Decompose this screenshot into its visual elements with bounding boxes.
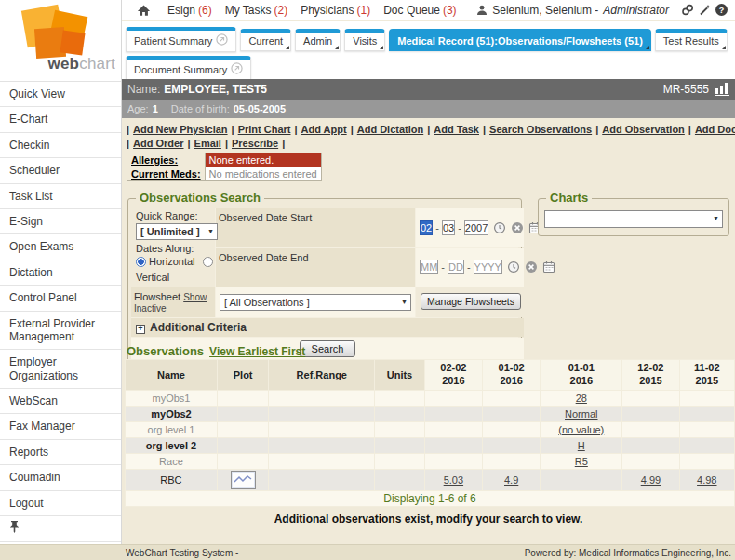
obs-value-link[interactable]: 4.98 [697,474,716,486]
obs-value-link[interactable]: 4.9 [504,474,518,486]
date-header-line1: 02-02 [427,362,480,375]
tab-current[interactable]: Current [240,29,291,51]
sidebar-item-quick-view[interactable]: Quick View [0,82,121,107]
user-name[interactable]: Selenium, Selenium - [492,4,598,17]
column-header-plot[interactable]: Plot [218,360,268,390]
sidebar-item-scheduler[interactable]: Scheduler [0,158,121,183]
end-month-input[interactable]: MM [420,260,438,274]
action-link-print-chart[interactable]: Print Chart [238,124,291,135]
popout-icon[interactable] [231,62,243,76]
tab-patient-summary[interactable]: Patient Summary [126,27,236,52]
sidebar-item-checkin[interactable]: Checkin [0,133,121,158]
submenu-corner-icon [335,46,339,49]
obs-value-link[interactable]: (no value) [558,424,604,435]
clock-icon[interactable] [507,260,520,273]
popout-icon[interactable] [216,33,228,47]
action-link-add-dictation[interactable]: Add Dictation [357,124,424,135]
action-link-add-observation[interactable]: Add Observation [602,124,685,135]
help-icon[interactable]: ? [715,4,728,16]
column-header-date-01-01-2016[interactable]: 01-012016 [541,360,621,390]
allergies-label-cell[interactable]: Allergies: [127,153,206,167]
action-link-search-observations[interactable]: Search Observations [489,124,592,135]
separator: | [351,124,354,135]
obs-value-link[interactable]: 28 [576,393,587,404]
topnav-physicians[interactable]: Physicians(1) [301,4,370,17]
action-link-add-order[interactable]: Add Order [133,138,183,149]
column-header-date-12-02-2015[interactable]: 12-022015 [622,360,678,390]
topnav-my-tasks[interactable]: My Tasks(2) [225,4,287,17]
home-icon[interactable] [137,4,151,17]
plot-sparkline-button[interactable] [231,471,256,489]
clear-date-icon[interactable] [525,260,538,273]
action-link-add-task[interactable]: Add Task [434,124,479,135]
sidebar-item-e-chart[interactable]: E-Chart [0,107,121,132]
tab-medical-record-51-observations-flowsheets-51[interactable]: Medical Record (51):Observations/Flowshe… [389,29,650,51]
column-header-date-01-02-2016[interactable]: 01-022016 [483,360,540,390]
tab-visits[interactable]: Visits [344,29,385,51]
current-meds-label-cell[interactable]: Current Meds: [127,167,206,181]
tab-row-1: Patient SummaryCurrentAdminVisitsMedical… [126,27,735,52]
sidebar-pin-row[interactable] [0,516,121,542]
expand-icon[interactable]: + [136,325,145,334]
action-link-prescribe[interactable]: Prescribe [232,138,278,149]
observation-value-cell [680,422,734,437]
column-header-units[interactable]: Units [375,360,424,390]
pin-icon[interactable] [9,520,20,536]
obs-value-link[interactable]: R5 [575,456,588,467]
column-header-date-02-02-2016[interactable]: 02-022016 [425,360,482,390]
action-link-email[interactable]: Email [194,138,221,149]
tab-admin[interactable]: Admin [295,29,341,51]
action-link-add-appt[interactable]: Add Appt [301,124,347,135]
sidebar-item-external-provider-management[interactable]: External Provider Management [0,312,121,351]
additional-criteria-toggle[interactable]: +Additional Criteria [131,318,524,337]
clock-icon[interactable] [493,221,506,234]
action-link-add-document[interactable]: Add Document [695,124,735,135]
sidebar-item-open-exams[interactable]: Open Exams [0,234,121,260]
clear-date-icon[interactable] [511,221,524,234]
start-month-input[interactable]: 02 [420,220,433,235]
sidebar-item-task-list[interactable]: Task List [0,184,121,209]
start-year-input[interactable]: 2007 [464,220,488,235]
sidebar-item-reports[interactable]: Reports [0,440,121,465]
topnav-doc-queue[interactable]: Doc Queue(3) [383,4,456,17]
sidebar-item-control-panel[interactable]: Control Panel [0,286,121,311]
observation-value-cell [680,454,734,469]
observation-plot-cell [218,422,268,437]
tab-test-results[interactable]: Test Results [655,29,728,51]
start-day-input[interactable]: 03 [442,220,455,235]
tab-document-summary[interactable]: Document Summary [126,56,251,81]
end-day-input[interactable]: DD [448,260,464,274]
obs-value-link[interactable]: Normal [565,408,597,420]
flowsheet-select[interactable]: [ All Observations ] ▼ [220,294,411,311]
column-header-date-11-02-2015[interactable]: 11-022015 [680,360,734,390]
obs-value-link[interactable]: 4.99 [641,474,661,486]
calendar-icon[interactable] [542,260,555,273]
column-header-name[interactable]: Name [126,360,217,390]
column-header-ref-range[interactable]: Ref.Range [269,360,374,390]
manage-flowsheets-button[interactable]: Manage Flowsheets [421,293,521,310]
quick-range-select[interactable]: [ Unlimited ] ▼ [136,223,218,240]
sidebar-item-dictation[interactable]: Dictation [0,260,121,286]
bar-chart-icon[interactable] [715,83,729,96]
age-label: Age: [127,103,149,114]
topnav-esign[interactable]: Esign(6) [167,4,212,17]
sidebar-item-e-sign[interactable]: E-Sign [0,209,121,234]
obs-value-link[interactable]: 5.03 [444,474,463,486]
end-year-input[interactable]: YYYY [474,260,502,274]
sidebar-item-webscan[interactable]: WebScan [0,389,121,414]
sidebar-item-employer-organizations[interactable]: Employer Organizations [0,350,121,389]
view-earliest-first-link[interactable]: View Earliest First [209,345,305,358]
footer: WebChart Testing System - Powered by: Me… [0,544,735,560]
wand-icon[interactable] [699,4,711,16]
obs-value-link[interactable]: H [578,440,585,451]
action-link-add-new-physician[interactable]: Add New Physician [133,124,227,135]
sidebar-item-logout[interactable]: Logout [0,491,121,516]
link-icon[interactable] [681,4,694,16]
observation-plot-cell [218,407,268,421]
radio-horizontal[interactable] [136,257,146,267]
sidebar-item-fax-manager[interactable]: Fax Manager [0,414,121,439]
user-icon [476,5,488,16]
radio-vertical[interactable] [203,257,213,267]
sidebar-item-coumadin[interactable]: Coumadin [0,465,121,490]
charts-select[interactable]: ▼ [544,210,723,228]
